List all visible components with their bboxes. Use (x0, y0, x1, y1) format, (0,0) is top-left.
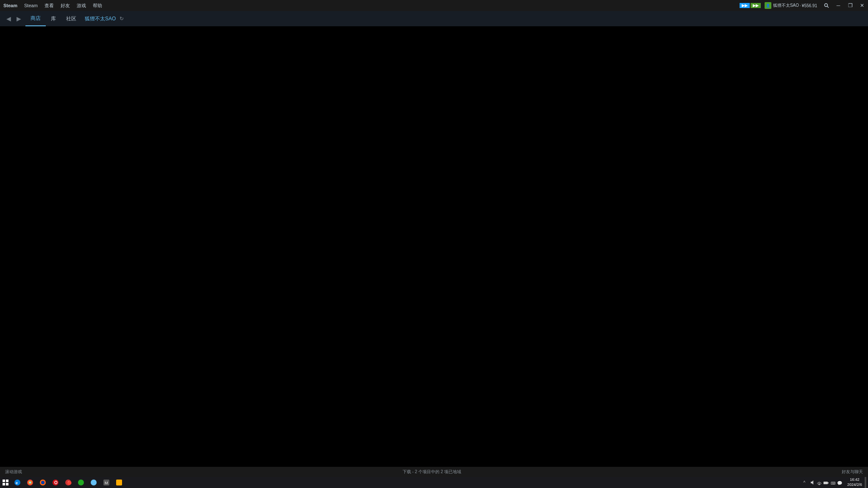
svg-point-0 (825, 4, 828, 7)
breadcrumb: 狐狸不太SAO (85, 15, 116, 22)
status-download: 下载 - 2 个项目中的 2 项已地域 (27, 469, 837, 475)
svg-text:⌨: ⌨ (831, 481, 835, 485)
steam-titlebar: Steam Steam 查看 好友 游戏 帮助 ▶▶ ▶▶ 👤 狐狸不太SAO … (0, 0, 868, 11)
user-avatar: 👤 (765, 2, 771, 9)
svg-text:e: e (16, 481, 18, 485)
taskbar-app-8[interactable]: M (100, 477, 112, 488)
tab-store[interactable]: 商店 (25, 11, 46, 26)
svg-rect-2 (3, 480, 5, 482)
taskbar-app-5[interactable]: 🔴 (62, 477, 74, 488)
status-friends-chat[interactable]: 好友与聊天 (837, 469, 868, 475)
search-icon[interactable] (822, 1, 831, 10)
show-desktop-button[interactable] (865, 477, 866, 488)
systray-network-icon[interactable] (816, 477, 823, 488)
status-bar: 滚动游戏 下载 - 2 个项目中的 2 项已地域 好友与聊天 (0, 467, 868, 477)
topbar-green-button[interactable]: ▶▶ (751, 3, 761, 8)
systray-sound-icon[interactable] (809, 477, 816, 488)
svg-rect-25 (823, 482, 828, 484)
svg-rect-3 (6, 480, 8, 482)
taskbar-right: ^ (801, 477, 868, 488)
minimize-button[interactable]: ─ (832, 0, 844, 11)
systray: ⌨ 💬 (807, 477, 845, 488)
tab-community[interactable]: 社区 (61, 11, 81, 26)
svg-text:🔴: 🔴 (67, 480, 72, 485)
nav-tabs: 商店 库 社区 狐狸不太SAO (25, 11, 116, 26)
menu-help[interactable]: 帮助 (89, 0, 106, 11)
tab-library[interactable]: 库 (46, 11, 61, 26)
topbar-blue-button[interactable]: ▶▶ (740, 3, 750, 8)
svg-rect-4 (3, 483, 5, 485)
restore-button[interactable]: ❐ (844, 0, 856, 11)
start-button[interactable] (0, 477, 11, 488)
taskbar-app-9[interactable] (113, 477, 125, 488)
clock-time: 16:42 (850, 477, 860, 482)
forward-button[interactable]: ▶ (14, 14, 24, 24)
refresh-button[interactable]: ↻ (117, 14, 126, 23)
taskbar-clock[interactable]: 16:42 2024/2/6 (845, 477, 865, 488)
taskbar-app-firefox[interactable] (37, 477, 49, 488)
svg-line-1 (827, 6, 829, 8)
svg-rect-5 (6, 483, 8, 485)
svg-text:M: M (105, 481, 108, 485)
systray-power-icon[interactable] (823, 477, 829, 488)
back-button[interactable]: ◀ (3, 14, 14, 24)
menu-games[interactable]: 游戏 (73, 0, 89, 11)
svg-text:O: O (54, 480, 58, 485)
svg-text:💬: 💬 (837, 480, 842, 485)
svg-rect-22 (116, 480, 122, 485)
window-controls: ─ ❐ ✕ (832, 0, 868, 11)
user-balance: ¥556.91 (802, 3, 817, 8)
nav-bar: ◀ ▶ 商店 库 社区 狐狸不太SAO ↻ (0, 11, 868, 26)
taskbar-app-opera[interactable]: O (50, 477, 61, 488)
svg-marker-23 (811, 480, 813, 485)
systray-chat-icon[interactable]: 💬 (836, 477, 843, 488)
clock-date: 2024/2/6 (847, 482, 862, 488)
show-hidden-icons[interactable]: ^ (801, 477, 807, 488)
steam-app-title: Steam (0, 3, 21, 8)
taskbar-app-7[interactable] (88, 477, 100, 488)
user-info[interactable]: 👤 狐狸不太SAO · ¥556.91 (761, 2, 821, 9)
taskbar-icons: e O (11, 477, 125, 488)
svg-point-19 (91, 480, 97, 485)
menu-friends[interactable]: 好友 (57, 0, 73, 11)
svg-point-13 (41, 481, 45, 484)
titlebar-right: ▶▶ ▶▶ 👤 狐狸不太SAO · ¥556.91 ─ ❐ ✕ (739, 0, 868, 11)
svg-rect-26 (828, 482, 829, 484)
menu-steam[interactable]: Steam (21, 0, 41, 11)
taskbar-app-edge[interactable]: e (11, 477, 23, 488)
svg-point-24 (819, 484, 820, 485)
svg-point-18 (78, 480, 84, 485)
status-scroll-games[interactable]: 滚动游戏 (0, 469, 27, 475)
taskbar: e O (0, 477, 868, 488)
main-content (0, 26, 868, 467)
menu-view[interactable]: 查看 (41, 0, 57, 11)
steam-menu: Steam 查看 好友 游戏 帮助 (21, 0, 106, 11)
close-button[interactable]: ✕ (856, 0, 868, 11)
svg-point-11 (30, 482, 31, 483)
systray-keyboard-icon[interactable]: ⌨ (829, 477, 836, 488)
taskbar-app-6[interactable] (75, 477, 87, 488)
taskbar-app-chrome[interactable] (24, 477, 36, 488)
username: 狐狸不太SAO (773, 3, 799, 8)
